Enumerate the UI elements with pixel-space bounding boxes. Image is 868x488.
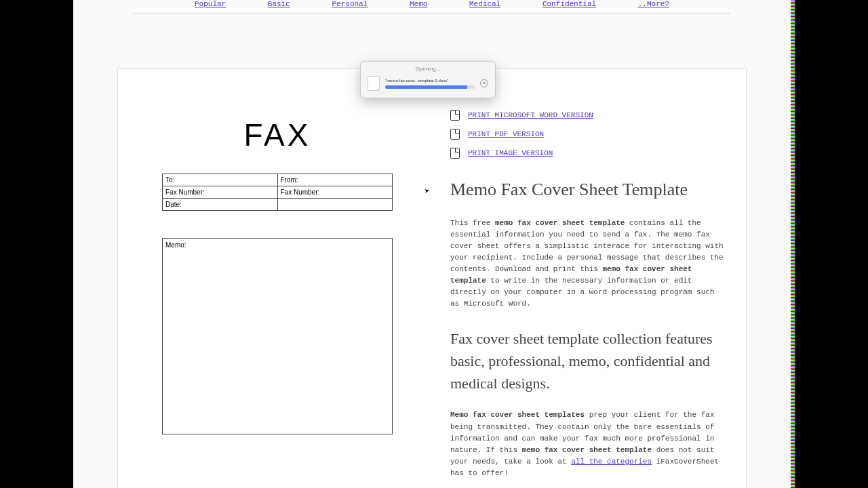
category-nav: Popular Basic Personal Memo Medical Conf… — [134, 0, 730, 14]
letterbox-left — [0, 0, 73, 488]
download-word-link[interactable]: PRINT MICROSOFT WORD VERSION — [468, 111, 593, 119]
dialog-progress-bar — [385, 85, 475, 89]
dialog-close-button[interactable]: ✕ — [480, 79, 488, 87]
word-doc-icon — [450, 110, 460, 121]
nav-memo[interactable]: Memo — [410, 0, 427, 8]
article-subheading: Fax cover sheet template collection feat… — [450, 327, 726, 394]
image-doc-icon — [450, 148, 460, 159]
dialog-doc-icon — [368, 76, 380, 91]
nav-confidential[interactable]: Confidential — [542, 0, 596, 8]
download-image-link[interactable]: PRINT IMAGE VERSION — [468, 149, 553, 157]
dialog-filename: "memo-fax-cove...template-2.docx" — [385, 79, 475, 83]
memo-box: Memo: — [162, 238, 393, 434]
pdf-doc-icon — [450, 129, 460, 140]
download-pdf-link[interactable]: PRINT PDF VERSION — [468, 130, 544, 138]
nav-popular[interactable]: Popular — [195, 0, 226, 8]
article-title: Memo Fax Cover Sheet Template — [450, 178, 726, 201]
all-categories-link[interactable]: all the categories — [571, 458, 652, 466]
nav-more[interactable]: ..More? — [638, 0, 669, 8]
field-fax-number-sender: Fax Number: — [163, 186, 278, 199]
nav-medical[interactable]: Medical — [469, 0, 500, 8]
field-empty — [277, 199, 393, 211]
field-date: Date: — [163, 199, 278, 211]
fax-preview-title: FAX — [145, 117, 410, 153]
info-column: PRINT MICROSOFT WORD VERSION PRINT PDF V… — [430, 89, 726, 488]
field-fax-number-recipient: Fax Number: — [277, 186, 393, 199]
download-pdf-row: PRINT PDF VERSION — [450, 129, 726, 140]
video-noise-stripe — [791, 0, 795, 488]
field-to: To: — [163, 174, 278, 186]
content-card: FAX To: From: Fax Number: Fax Number: Da… — [117, 68, 747, 488]
nav-personal[interactable]: Personal — [332, 0, 368, 8]
memo-label: Memo: — [165, 241, 186, 249]
download-image-row: PRINT IMAGE VERSION — [450, 148, 726, 159]
fax-preview: FAX To: From: Fax Number: Fax Number: Da… — [138, 89, 430, 488]
download-list: PRINT MICROSOFT WORD VERSION PRINT PDF V… — [450, 110, 726, 159]
article-paragraph-2: Memo fax cover sheet templates prep your… — [450, 409, 726, 479]
dialog-body: "memo-fax-cove...template-2.docx" ✕ — [368, 76, 488, 91]
page-content: Popular Basic Personal Memo Medical Conf… — [73, 0, 791, 488]
article-paragraph-1: This free memo fax cover sheet template … — [450, 218, 726, 310]
dialog-main: "memo-fax-cove...template-2.docx" — [385, 79, 475, 89]
nav-basic[interactable]: Basic — [268, 0, 290, 8]
letterbox-right — [795, 0, 868, 488]
download-dialog[interactable]: Opening... "memo-fax-cove...template-2.d… — [360, 61, 496, 98]
fax-fields-table: To: From: Fax Number: Fax Number: Date: — [162, 174, 393, 211]
dialog-title: Opening... — [368, 66, 488, 72]
field-from: From: — [277, 174, 393, 186]
download-word-row: PRINT MICROSOFT WORD VERSION — [450, 110, 726, 121]
